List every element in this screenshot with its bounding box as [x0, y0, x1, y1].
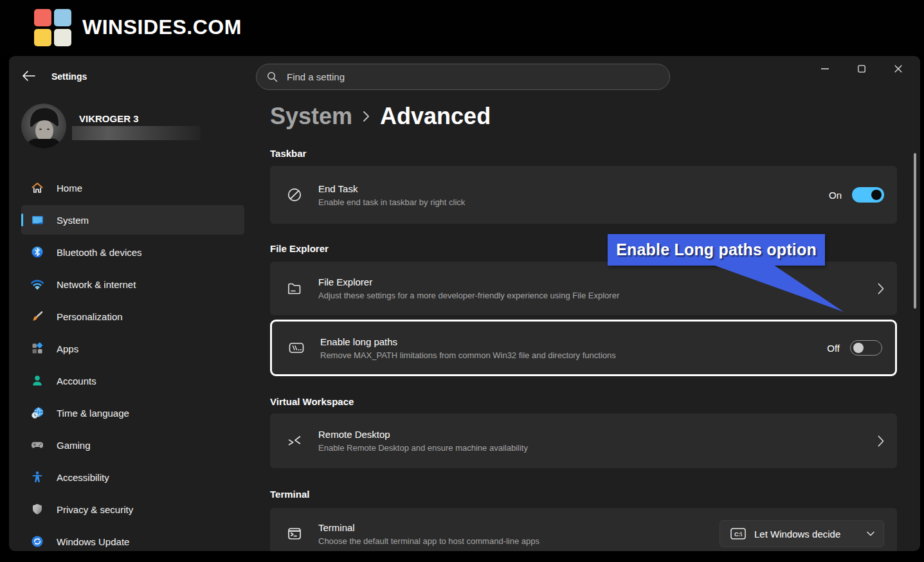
- user-subtext-redacted: [72, 126, 201, 140]
- logo-square-red: [34, 9, 51, 26]
- logo-square-yellow: [34, 29, 51, 46]
- close-button[interactable]: [889, 60, 907, 78]
- long-paths-toggle-label: Off: [827, 343, 840, 354]
- sidebar-item-accounts[interactable]: Accounts: [21, 366, 244, 395]
- sidebar-item-bluetooth[interactable]: Bluetooth & devices: [21, 237, 244, 267]
- section-header-terminal: Terminal: [270, 489, 309, 500]
- section-header-virtual-workspace: Virtual Workspace: [270, 396, 354, 407]
- logo-square-cream: [54, 29, 71, 46]
- sidebar-item-home[interactable]: Home: [21, 173, 244, 203]
- scrollbar-thumb[interactable]: [914, 153, 916, 309]
- file-explorer-subtitle: Adjust these settings for a more develop…: [318, 291, 619, 300]
- sidebar-item-accessibility[interactable]: Accessibility: [21, 462, 244, 492]
- maximize-icon: [858, 65, 865, 73]
- search-input[interactable]: [285, 71, 607, 83]
- privacy-security-icon: [30, 502, 44, 516]
- sidebar-item-windows-update[interactable]: Windows Update: [21, 527, 244, 551]
- section-header-taskbar: Taskbar: [270, 148, 306, 159]
- apps-icon: [30, 341, 44, 356]
- section-header-file-explorer: File Explorer: [270, 243, 329, 254]
- sidebar-item-time-language[interactable]: Time & language: [21, 398, 244, 428]
- long-paths-toggle[interactable]: [850, 340, 882, 356]
- card-terminal: Terminal Choose the default terminal app…: [270, 508, 897, 551]
- terminal-title: Terminal: [318, 522, 539, 533]
- end-task-subtitle: Enable end task in taskbar by right clic…: [318, 197, 465, 207]
- sidebar-nav: Home System Bluetooth & devices Network …: [21, 173, 244, 551]
- back-button[interactable]: [22, 70, 42, 84]
- sidebar-item-privacy[interactable]: Privacy & security: [21, 494, 244, 524]
- accounts-icon: [30, 374, 44, 388]
- time-language-icon: [30, 406, 44, 420]
- callout-text: Enable Long paths option: [616, 240, 817, 259]
- end-task-toggle-label: On: [829, 190, 842, 201]
- remote-desktop-title: Remote Desktop: [318, 429, 528, 440]
- toggle-knob: [853, 343, 864, 353]
- gaming-icon: [30, 438, 44, 452]
- user-name: VIKROGER 3: [79, 113, 139, 124]
- terminal-dropdown-value: Let Windows decide: [754, 529, 840, 539]
- sidebar-item-network[interactable]: Network & internet: [21, 269, 244, 299]
- terminal-icon: [286, 526, 303, 541]
- sidebar-item-apps[interactable]: Apps: [21, 334, 244, 363]
- site-banner: WINSIDES.COM: [0, 0, 924, 55]
- back-arrow-icon: [23, 71, 35, 80]
- end-task-icon: [286, 187, 303, 203]
- terminal-subtitle: Choose the default terminal app to host …: [318, 536, 539, 546]
- settings-window: Settings VIKROGER 3 Home System Bl: [9, 56, 920, 551]
- callout-tail: [713, 265, 848, 315]
- callout-annotation: Enable Long paths option: [608, 234, 825, 266]
- end-task-title: End Task: [318, 183, 465, 194]
- app-title: Settings: [51, 71, 87, 82]
- file-explorer-icon: [286, 281, 303, 296]
- toggle-knob: [871, 190, 882, 200]
- logo-square-blue: [54, 9, 71, 26]
- avatar[interactable]: [21, 104, 66, 149]
- brand-text: WINSIDES.COM: [82, 15, 242, 39]
- long-paths-icon: [288, 340, 305, 356]
- search-box[interactable]: [256, 64, 670, 90]
- maximize-button[interactable]: [853, 60, 871, 78]
- card-end-task: End Task Enable end task in taskbar by r…: [270, 166, 897, 224]
- minimize-button[interactable]: [816, 60, 834, 78]
- sidebar-item-gaming[interactable]: Gaming: [21, 430, 244, 460]
- home-icon: [30, 181, 44, 195]
- end-task-toggle[interactable]: [852, 187, 884, 203]
- search-icon: [267, 71, 278, 82]
- system-icon: [30, 213, 44, 227]
- sidebar-item-personalization[interactable]: Personalization: [21, 302, 244, 331]
- remote-desktop-subtitle: Enable Remote Desktop and ensure machine…: [318, 443, 528, 453]
- terminal-dropdown[interactable]: C:\ Let Windows decide: [720, 520, 884, 547]
- windows-update-icon: [30, 534, 44, 548]
- breadcrumb-chevron-icon: [363, 111, 370, 122]
- minimize-icon: [821, 65, 829, 73]
- close-icon: [894, 65, 902, 73]
- card-remote-desktop[interactable]: Remote Desktop Enable Remote Desktop and…: [270, 413, 897, 468]
- sidebar-item-system[interactable]: System: [21, 205, 244, 235]
- breadcrumb-advanced: Advanced: [380, 103, 491, 130]
- remote-desktop-icon: [286, 433, 303, 449]
- long-paths-subtitle: Remove MAX_PATH limitations from common …: [320, 350, 616, 360]
- chevron-down-icon: [867, 531, 874, 536]
- winsides-logo: [34, 9, 71, 46]
- chevron-right-icon: [878, 435, 884, 447]
- drive-icon: C:\: [730, 528, 746, 539]
- breadcrumb-system[interactable]: System: [270, 103, 352, 130]
- network-icon: [30, 277, 44, 291]
- bluetooth-icon: [30, 245, 44, 259]
- long-paths-title: Enable long paths: [320, 336, 616, 347]
- file-explorer-title: File Explorer: [318, 276, 619, 287]
- personalization-icon: [30, 309, 44, 323]
- chevron-right-icon: [878, 283, 884, 295]
- card-enable-long-paths: Enable long paths Remove MAX_PATH limita…: [270, 320, 897, 376]
- accessibility-icon: [30, 470, 44, 484]
- breadcrumb: System Advanced: [270, 102, 491, 131]
- svg-text:C:\: C:\: [734, 531, 742, 538]
